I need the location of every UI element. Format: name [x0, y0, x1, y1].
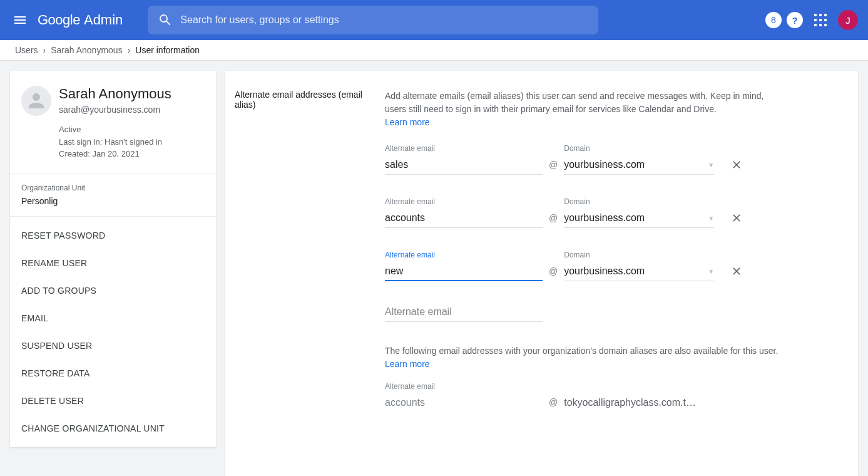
user-info: Sarah Anonymous sarah@yourbusiness.com A…	[59, 86, 205, 160]
org-unit-section: Organizational Unit Personlig	[10, 173, 216, 216]
learn-more-link[interactable]: Learn more	[385, 117, 430, 127]
change-org-unit-action[interactable]: CHANGE ORGANIZATIONAL UNIT	[10, 415, 216, 442]
domain-value: yourbusiness.com	[564, 266, 645, 277]
section-body: Add alternate emails (email aliases) thi…	[385, 90, 785, 412]
add-to-groups-action[interactable]: ADD TO GROUPS	[10, 277, 216, 304]
user-last-signin: Last sign in: Hasn't signed in	[59, 136, 205, 148]
domain-select[interactable]: yourbusiness.com▼	[564, 157, 714, 175]
delete-user-action[interactable]: DELETE USER	[10, 387, 216, 415]
rename-user-action[interactable]: RENAME USER	[10, 249, 216, 277]
empty-alias-input[interactable]: Alternate email	[385, 304, 543, 322]
at-symbol: @	[549, 213, 558, 223]
domain-field: Domainyourbusiness.com▼	[564, 251, 714, 281]
search-box[interactable]	[148, 6, 598, 34]
app-logo: Google Admin	[38, 12, 123, 28]
user-avatar	[21, 86, 51, 116]
section-description: Add alternate emails (email aliases) thi…	[385, 90, 785, 129]
breadcrumb-link-user[interactable]: Sarah Anonymous	[51, 45, 122, 55]
org-unit-label: Organizational Unit	[21, 184, 205, 192]
main-menu-button[interactable]	[5, 5, 35, 35]
user-card: Sarah Anonymous sarah@yourbusiness.com A…	[10, 71, 216, 173]
search-input[interactable]	[180, 14, 593, 26]
app-header: Google Admin 8 ? J	[0, 0, 868, 40]
readonly-alias-label: Alternate email	[385, 382, 785, 391]
domain-value: yourbusiness.com	[564, 159, 645, 170]
search-container	[148, 6, 598, 34]
readonly-alias-row: accounts @ tokyocalligraphyclass.com.t…	[385, 395, 785, 412]
user-actions-list: RESET PASSWORD RENAME USER ADD TO GROUPS…	[10, 217, 216, 447]
reset-password-action[interactable]: RESET PASSWORD	[10, 222, 216, 249]
org-unit-value: Personlig	[21, 196, 205, 206]
apps-grid-icon	[814, 14, 827, 26]
main-panel: Alternate email addresses (email alias) …	[225, 71, 858, 476]
readonly-alias-value: accounts	[385, 395, 543, 412]
learn-more-link-2[interactable]: Learn more	[385, 359, 430, 369]
account-avatar[interactable]: J	[838, 10, 858, 30]
close-icon	[730, 158, 743, 171]
at-symbol: @	[549, 397, 558, 407]
remove-alias-button[interactable]	[729, 157, 744, 172]
remove-alias-button[interactable]	[729, 210, 744, 225]
breadcrumb-link-users[interactable]: Users	[15, 45, 38, 55]
email-alias-section: Alternate email addresses (email alias) …	[225, 71, 858, 422]
chevron-right-icon: ›	[43, 45, 46, 55]
apps-launcher-button[interactable]	[808, 8, 833, 33]
user-created: Created: Jan 20, 2021	[59, 148, 205, 160]
domain-value: yourbusiness.com	[564, 212, 645, 224]
readonly-alias-domain: tokyocalligraphyclass.com.t…	[564, 397, 696, 412]
domain-field: Domainyourbusiness.com▼	[564, 197, 714, 228]
user-sidebar: Sarah Anonymous sarah@yourbusiness.com A…	[10, 71, 216, 447]
remove-alias-button[interactable]	[729, 264, 744, 279]
logo-admin-text: Admin	[84, 12, 123, 28]
user-status: Active	[59, 123, 205, 136]
alias-row: Alternate email@Domainyourbusiness.com▼	[385, 144, 785, 175]
alias-row: Alternate email@Domainyourbusiness.com▼	[385, 197, 785, 228]
dropdown-arrow-icon: ▼	[708, 215, 714, 222]
section-title: Alternate email addresses (email alias)	[235, 90, 385, 412]
user-name: Sarah Anonymous	[59, 86, 205, 102]
alternate-email-label: Alternate email	[385, 251, 543, 259]
notification-badge[interactable]: 8	[765, 12, 782, 28]
email-action[interactable]: EMAIL	[10, 304, 216, 332]
close-icon	[730, 265, 743, 277]
person-icon	[25, 90, 48, 112]
search-icon	[158, 13, 173, 28]
alternate-email-label: Alternate email	[385, 144, 543, 153]
alternate-email-label: Alternate email	[385, 197, 543, 206]
alternate-email-field: Alternate email	[385, 197, 543, 228]
domain-field: Domainyourbusiness.com▼	[564, 144, 714, 175]
logo-google-text: Google	[38, 12, 80, 28]
domain-alias-note: The following email addresses with your …	[385, 344, 785, 371]
alternate-email-input[interactable]	[385, 157, 543, 175]
alternate-email-field: Alternate email	[385, 144, 543, 175]
breadcrumb-current: User information	[135, 45, 200, 55]
breadcrumb: Users › Sarah Anonymous › User informati…	[0, 40, 868, 61]
chevron-right-icon: ›	[128, 45, 131, 55]
help-button[interactable]: ?	[787, 12, 803, 28]
domain-label: Domain	[564, 197, 714, 206]
domain-label: Domain	[564, 144, 714, 153]
alias-row: Alternate email@Domainyourbusiness.com▼	[385, 251, 785, 281]
dropdown-arrow-icon: ▼	[708, 162, 714, 168]
domain-select[interactable]: yourbusiness.com▼	[564, 210, 714, 228]
at-symbol: @	[549, 266, 558, 276]
page-content: Sarah Anonymous sarah@yourbusiness.com A…	[0, 61, 868, 476]
alternate-email-input[interactable]	[385, 210, 543, 228]
suspend-user-action[interactable]: SUSPEND USER	[10, 332, 216, 360]
hamburger-icon	[13, 13, 28, 28]
readonly-alias-block: Alternate email accounts @ tokyocalligra…	[385, 382, 785, 412]
alternate-email-field: Alternate email	[385, 251, 543, 281]
restore-data-action[interactable]: RESTORE DATA	[10, 360, 216, 387]
alias-rows: Alternate email@Domainyourbusiness.com▼A…	[385, 144, 785, 281]
alternate-email-input[interactable]	[385, 263, 543, 281]
at-symbol: @	[549, 160, 558, 170]
close-icon	[730, 212, 743, 224]
domain-label: Domain	[564, 251, 714, 259]
domain-select[interactable]: yourbusiness.com▼	[564, 263, 714, 281]
header-actions: 8 ? J	[765, 8, 863, 33]
user-email: sarah@yourbusiness.com	[59, 105, 205, 115]
dropdown-arrow-icon: ▼	[708, 268, 714, 275]
